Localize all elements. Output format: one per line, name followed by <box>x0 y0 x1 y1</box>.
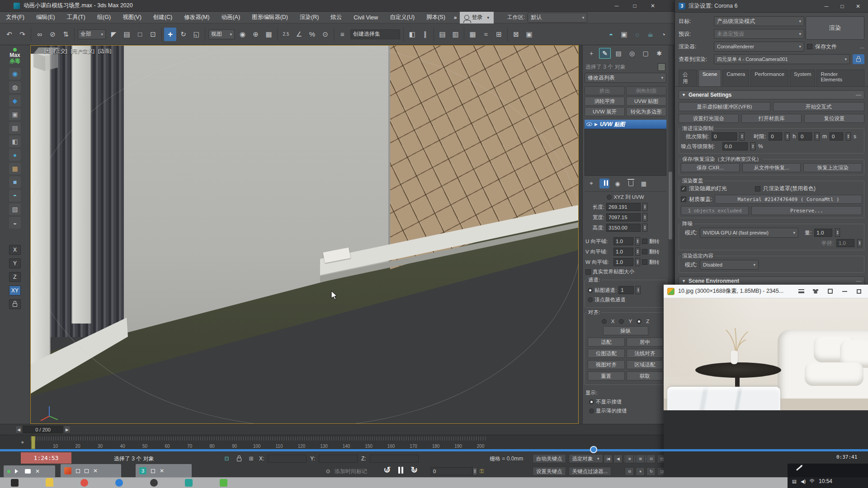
preserve-button[interactable]: Preserve... <box>751 206 862 215</box>
bitmap-fit-button[interactable]: 位图适配 <box>588 349 625 358</box>
minimize-button[interactable]: ─ <box>608 0 626 11</box>
no-seams-radio[interactable] <box>589 399 594 404</box>
resume-last-render-button[interactable]: 恢复上次渲染 <box>803 163 862 172</box>
volume-tray-icon[interactable]: ◀) <box>801 479 806 484</box>
render-button[interactable]: 渲染 <box>806 16 864 40</box>
image-viewer-app-icon[interactable] <box>220 479 227 487</box>
close-icon[interactable]: ✕ <box>93 468 98 474</box>
excluded-objects-button[interactable]: 1 objects excluded <box>681 206 749 215</box>
normal-align-button[interactable]: 法线对齐 <box>627 349 664 358</box>
rendered-frame-window-icon[interactable]: ▣ <box>523 28 535 41</box>
viewer-minimize-button[interactable] <box>839 287 850 296</box>
modifier-list-dropdown[interactable]: 修改器列表 ▾ <box>585 73 666 83</box>
ime-indicator[interactable]: 中 <box>810 478 815 484</box>
menu-item-动画(A)[interactable]: 动画(A) <box>215 12 246 23</box>
selected-set-dropdown[interactable]: 选定对象▾ <box>569 454 603 463</box>
reset-button[interactable]: 重置 <box>588 371 625 380</box>
keyboard-shortcut-override-icon[interactable]: ▦ <box>263 28 275 41</box>
x-coord-field[interactable] <box>268 455 307 463</box>
orbit-icon[interactable]: ↻ <box>646 467 656 476</box>
timeline-tick-170[interactable]: 170 <box>410 444 417 449</box>
named-selection-set-field[interactable]: 创建选择集 <box>350 29 400 39</box>
utilities-tab-icon[interactable]: ✱ <box>653 48 665 59</box>
key-mode-toggle-icon[interactable]: ⚿ <box>477 467 486 476</box>
xyz-to-uvw-radio[interactable] <box>607 195 612 200</box>
material-tool-icon[interactable]: ◧ <box>9 136 21 147</box>
login-button[interactable]: 登录 ▾ <box>460 12 494 23</box>
pencil-annotate-icon[interactable] <box>796 465 802 471</box>
scene-explorer-icon[interactable]: ▤ <box>436 28 448 41</box>
reference-coordinate-dropdown[interactable]: 视图▾ <box>208 29 235 39</box>
selection-lock-toggle-icon[interactable] <box>235 455 243 463</box>
corona-maximize-button[interactable]: □ <box>836 0 849 12</box>
close-icon[interactable]: ✕ <box>35 468 40 474</box>
denoise-mode-dropdown[interactable]: NVIDIA GPU AI (fast preview)▾ <box>700 228 798 238</box>
map-channel-field[interactable]: 1 <box>618 286 634 294</box>
u-tile-field[interactable]: 1.0 <box>613 237 633 245</box>
speaker-icon[interactable] <box>15 469 20 474</box>
render-setup-icon[interactable]: ⊠ <box>510 28 522 41</box>
menu-item-工具(T)[interactable]: 工具(T) <box>61 12 91 23</box>
timeline-tick-160[interactable]: 160 <box>387 444 395 449</box>
playback-button-0[interactable]: |◀ <box>604 455 613 463</box>
plugin-box-icon[interactable]: ▣ <box>9 108 21 120</box>
modifier-button-UVW 展开[interactable]: UVW 展开 <box>585 107 625 116</box>
timeline-tick-80[interactable]: 80 <box>209 444 214 449</box>
antivirus-scan-icon[interactable]: ◉ <box>9 68 21 80</box>
make-unique-icon[interactable]: ◉ <box>613 178 623 188</box>
timeline-tick-50[interactable]: 50 <box>142 444 147 449</box>
denoise-radius-spinner[interactable]: ▲▼ <box>857 239 862 247</box>
zoom-extents-icon[interactable]: ⊡ <box>646 455 656 463</box>
length-field[interactable]: 269.191 <box>606 203 641 211</box>
next-frame-button[interactable]: ▶ <box>64 426 71 433</box>
save-cxr-button[interactable]: 保存 CXR... <box>681 163 740 172</box>
menu-item-编辑(E)[interactable]: 编辑(E) <box>30 12 61 23</box>
bind-to-space-warp-icon[interactable]: ⇅ <box>60 28 72 41</box>
configure-modifier-sets-icon[interactable]: ▦ <box>639 178 649 188</box>
timeline-tick-70[interactable]: 70 <box>187 444 192 449</box>
resume-from-file-button[interactable]: 从文件中恢复... <box>742 163 801 172</box>
denoise-radius-field[interactable]: 1.0 <box>836 239 854 247</box>
timeline-tick-90[interactable]: 90 <box>232 444 237 449</box>
axis-z-button[interactable]: Z <box>9 272 21 282</box>
real-world-checkbox[interactable] <box>585 269 591 275</box>
maximize-icon[interactable] <box>151 469 155 473</box>
region-fit-button[interactable]: 区域适配 <box>627 360 664 369</box>
display-tab-icon[interactable]: ▢ <box>640 48 651 59</box>
u-tile-spinner[interactable]: ▲▼ <box>635 237 640 245</box>
chrome-browser-icon[interactable] <box>80 479 88 487</box>
viewer-menu-button[interactable] <box>796 287 807 296</box>
reset-settings-button[interactable]: 复位设置 <box>804 114 864 123</box>
time-h-field[interactable]: 0 <box>769 132 782 141</box>
restore-icon[interactable] <box>76 469 80 473</box>
corona-close-button[interactable]: ✕ <box>852 0 864 12</box>
pass-limit-field[interactable]: 0 <box>712 132 737 141</box>
viewport-shading-label[interactable]: [边面] <box>98 48 111 55</box>
eye-icon[interactable] <box>586 122 592 126</box>
timeline-tick-30[interactable]: 30 <box>98 444 103 449</box>
maximize-icon[interactable] <box>85 469 89 473</box>
w-tile-field[interactable]: 1.0 <box>613 258 633 266</box>
acquire-button[interactable]: 获取 <box>627 371 664 380</box>
selection-lock-button[interactable] <box>9 299 21 309</box>
time-s-spinner[interactable]: ▲▼ <box>846 132 851 141</box>
timeline-tick-150[interactable]: 150 <box>365 444 373 449</box>
forward-30-button[interactable]: ↻30 <box>410 465 418 475</box>
maximize-button[interactable]: □ <box>626 0 644 11</box>
current-frame-field[interactable]: 0 <box>431 467 472 475</box>
timeline-tick-110[interactable]: 110 <box>276 444 283 449</box>
height-field[interactable]: 3150.00 <box>606 224 641 232</box>
denoise-amount-field[interactable]: 1.0 <box>814 229 832 237</box>
viewer-titlebar[interactable]: 10.jpg (3000×1688像素, 1.85MB) - 2345... <box>664 285 868 298</box>
viewer-theme-button[interactable] <box>810 287 821 296</box>
material-override-checkbox[interactable]: ✓ <box>681 197 686 202</box>
general-settings-rollout[interactable]: ▼General Settings— <box>679 90 864 99</box>
menu-item-炫云[interactable]: 炫云 <box>325 12 348 23</box>
time-s-field[interactable]: 0 <box>830 132 843 141</box>
map-channel-radio[interactable] <box>588 288 593 293</box>
menu-item-修改器(M)[interactable]: 修改器(M) <box>178 12 215 23</box>
render-setup-2-icon[interactable]: ▣ <box>618 28 630 41</box>
viewer-maximize-button[interactable] <box>854 287 864 296</box>
pan-view-icon[interactable]: ∗ <box>636 467 645 476</box>
layer-explorer-icon[interactable]: ▥ <box>449 28 462 41</box>
